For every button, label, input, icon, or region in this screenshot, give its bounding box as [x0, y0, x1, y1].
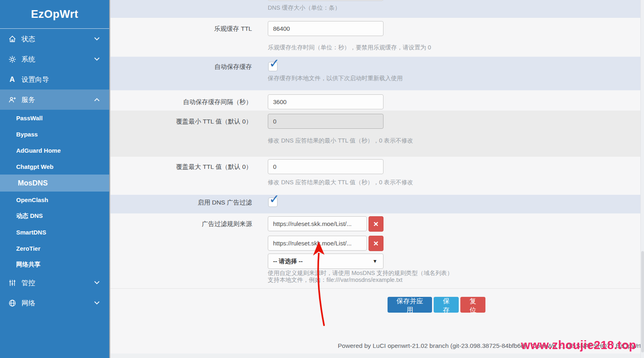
save-button[interactable]: 保存: [434, 297, 459, 313]
wizard-icon: A: [8, 75, 16, 83]
form-row-optimistic-ttl: 乐观缓存 TTL 乐观缓存生存时间（单位：秒），要禁用乐观缓存，请设置为 0: [110, 18, 644, 57]
form-actions-row: 保存并应用 保存 复位: [110, 289, 644, 332]
field-description: DNS 缓存大小（单位：条）: [268, 4, 341, 12]
mosdns-settings-form: DNS 缓存大小（单位：条） 乐观缓存 TTL 乐观缓存生存时间（单位：秒），要…: [110, 0, 644, 358]
form-row-max-ttl: 覆盖最大 TTL 值（默认 0） 修改 DNS 应答结果的最大 TTL 值（秒）…: [110, 157, 644, 195]
field-label: 自动保存缓存: [110, 62, 252, 72]
sidebar-item-label: 状态: [21, 34, 35, 44]
field-label: 乐观缓存 TTL: [110, 21, 252, 36]
remove-source-button-2[interactable]: ×: [369, 236, 383, 251]
form-row-dns-cache-size: DNS 缓存大小（单位：条）: [110, 0, 644, 18]
sidebar-item-zerotier[interactable]: ZeroTier: [0, 240, 109, 256]
gear-icon: [8, 55, 16, 63]
form-row-adblock-enable: 启用 DNS 广告过滤 ✓: [110, 195, 644, 213]
field-description: 乐观缓存生存时间（单位：秒），要禁用乐观缓存，请设置为 0: [268, 44, 431, 51]
save-apply-button[interactable]: 保存并应用: [388, 297, 432, 313]
field-label: 广告过滤规则来源: [110, 216, 252, 231]
services-icon: [8, 96, 16, 104]
optimistic-ttl-input[interactable]: [268, 21, 383, 36]
form-row-adblock-sources: 广告过滤规则来源 × × -- 请选择 -- ▼ 使用自定义规则来源时，请使用 …: [110, 213, 644, 289]
field-label: 启用 DNS 广告过滤: [110, 198, 252, 207]
sidebar-item-smartdns[interactable]: SmartDNS: [0, 224, 109, 240]
select-placeholder: -- 请选择 --: [273, 258, 303, 265]
sidebar-item-network[interactable]: 网络: [0, 293, 109, 313]
sidebar-item-chatgpt-web[interactable]: Chatgpt Web: [0, 158, 109, 175]
sidebar-item-passwall[interactable]: PassWall: [0, 110, 109, 126]
horizontal-scrollbar-track[interactable]: [110, 354, 640, 358]
watermark-text: www.zhoujie218.top: [521, 339, 636, 352]
chevron-down-icon: [94, 55, 100, 61]
sidebar-item-adguard-home[interactable]: AdGuard Home: [0, 142, 109, 158]
form-row-min-ttl: 覆盖最小 TTL 值（默认 0） 修改 DNS 应答结果的最小 TTL 值（秒）…: [110, 111, 644, 157]
adblock-source-input-1[interactable]: [268, 216, 367, 231]
sidebar-item-label: 服务: [21, 95, 35, 104]
chevron-down-icon: [94, 35, 100, 40]
chevron-up-icon: [94, 98, 100, 103]
app-title: EzOpWrt: [0, 0, 109, 29]
field-label: 覆盖最大 TTL 值（默认 0）: [110, 159, 252, 174]
dns-cache-size-input-cutoff[interactable]: [268, 0, 383, 1]
max-ttl-input[interactable]: [268, 159, 383, 174]
form-row-auto-save-interval: 自动保存缓存间隔（秒）: [110, 90, 644, 111]
sidebar-item-status[interactable]: 状态: [0, 29, 109, 49]
sidebar-item-services[interactable]: 服务: [0, 90, 109, 110]
sidebar-item-label: 管控: [21, 278, 35, 288]
sidebar-item-control[interactable]: 管控: [0, 273, 109, 293]
sidebar-item-label: 系统: [21, 55, 35, 64]
form-row-auto-save-cache: 自动保存缓存 ✓ 保存缓存到本地文件，以供下次启动时重新载入使用: [110, 57, 644, 90]
mosdns-settings-page: EzOpWrt 状态 系统 A 设置向导 服务 PassWal: [0, 0, 644, 358]
home-icon: [8, 35, 16, 43]
sidebar: EzOpWrt 状态 系统 A 设置向导 服务 PassWal: [0, 0, 109, 358]
sidebar-item-label: 设置向导: [21, 75, 49, 84]
sidebar-item-setup-wizard[interactable]: A 设置向导: [0, 69, 109, 90]
field-description: 支持本地文件，例如：file:///var/mosdns/example.txt: [268, 276, 402, 284]
close-icon: ×: [373, 219, 378, 229]
sidebar-item-bypass[interactable]: Bypass: [0, 126, 109, 142]
chevron-down-icon: ▼: [373, 258, 377, 264]
sidebar-item-mosdns-selected[interactable]: MosDNS: [0, 175, 109, 192]
field-label: 自动保存缓存间隔（秒）: [110, 94, 252, 109]
sidebar-item-system[interactable]: 系统: [0, 49, 109, 69]
chevron-down-icon: [94, 279, 100, 284]
sidebar-item-network-share[interactable]: 网络共享: [0, 256, 109, 273]
scrollbar-thumb[interactable]: [641, 251, 644, 352]
auto-save-cache-checkbox[interactable]: ✓: [268, 62, 278, 71]
field-description: 修改 DNS 应答结果的最大 TTL 值（秒），0 表示不修改: [268, 179, 413, 186]
sidebar-content-divider: [109, 0, 110, 358]
auto-save-interval-input[interactable]: [268, 94, 383, 109]
add-source-select[interactable]: -- 请选择 -- ▼: [268, 254, 383, 269]
sidebar-item-ddns[interactable]: 动态 DNS: [0, 208, 109, 224]
reset-button[interactable]: 复位: [460, 297, 485, 313]
sliders-icon: [8, 279, 16, 287]
adblock-source-input-2[interactable]: [268, 236, 367, 251]
sidebar-item-openclash[interactable]: OpenClash: [0, 192, 109, 208]
remove-source-button-1[interactable]: ×: [369, 216, 383, 232]
field-label: 覆盖最小 TTL 值（默认 0）: [110, 114, 252, 129]
vertical-scrollbar[interactable]: [640, 0, 644, 358]
field-description: 保存缓存到本地文件，以供下次启动时重新载入使用: [268, 75, 403, 82]
min-ttl-input[interactable]: [268, 114, 383, 129]
globe-icon: [8, 299, 16, 307]
checkmark-icon: ✓: [269, 193, 280, 205]
adblock-enable-checkbox[interactable]: ✓: [268, 198, 278, 207]
close-icon: ×: [373, 239, 378, 248]
checkmark-icon: ✓: [269, 57, 280, 70]
chevron-down-icon: [94, 299, 100, 305]
field-description: 修改 DNS 应答结果的最小 TTL 值（秒），0 表示不修改: [268, 137, 413, 145]
sidebar-item-label: 网络: [21, 298, 35, 308]
